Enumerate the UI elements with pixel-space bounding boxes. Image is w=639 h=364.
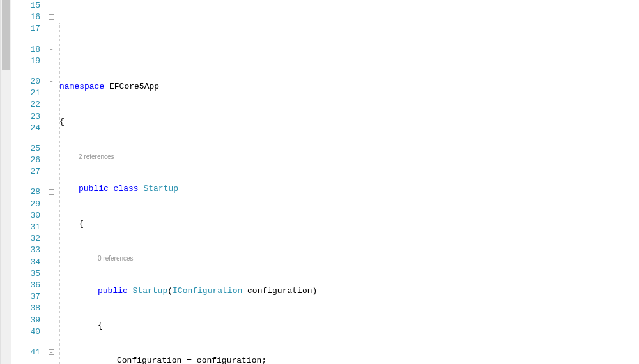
code-line[interactable] xyxy=(59,47,639,58)
line-number: 17 xyxy=(11,23,40,34)
scrollbar-thumb[interactable] xyxy=(2,0,10,70)
line-number: 37 xyxy=(11,291,40,303)
code-area[interactable]: namespace EFCore5App { 2 references publ… xyxy=(58,0,639,364)
line-number: 40 xyxy=(11,326,40,338)
line-number: 19 xyxy=(11,56,40,67)
line-number: 26 xyxy=(11,155,40,166)
code-line[interactable]: public Startup(IConfiguration configurat… xyxy=(59,285,639,297)
line-number: 16 xyxy=(11,11,40,23)
line-number: 33 xyxy=(11,245,40,256)
code-line[interactable]: public class Startup xyxy=(59,183,639,195)
line-number: 32 xyxy=(11,233,40,245)
fold-toggle-icon[interactable]: − xyxy=(49,189,54,195)
line-number: 29 xyxy=(11,199,40,210)
line-number: 15 xyxy=(11,0,40,11)
line-number: 23 xyxy=(11,111,40,123)
line-number: 27 xyxy=(11,166,40,178)
line-number: 18 xyxy=(11,44,40,56)
line-number-gutter: 15 16 17 18 19 20 21 22 23 24 25 26 27 2… xyxy=(11,0,48,364)
line-number: 38 xyxy=(11,303,40,314)
codelens-references[interactable]: 0 references xyxy=(59,253,639,262)
fold-column: − − − − − xyxy=(48,0,58,364)
line-number: 21 xyxy=(11,87,40,99)
fold-toggle-icon[interactable]: − xyxy=(49,349,54,355)
line-number: 20 xyxy=(11,76,40,87)
line-number: 41 xyxy=(11,347,40,358)
line-number: 30 xyxy=(11,210,40,222)
line-number: 39 xyxy=(11,315,40,326)
line-number: 24 xyxy=(11,123,40,134)
fold-toggle-icon[interactable]: − xyxy=(49,47,54,52)
codelens-references[interactable]: 2 references xyxy=(59,151,639,160)
code-line[interactable]: Configuration = configuration; xyxy=(59,355,639,364)
code-line[interactable]: namespace EFCore5App xyxy=(59,81,639,93)
code-line[interactable]: { xyxy=(59,116,639,128)
line-number: 34 xyxy=(11,257,40,268)
code-line[interactable]: { xyxy=(59,218,639,230)
line-number: 28 xyxy=(11,186,40,198)
fold-toggle-icon[interactable]: − xyxy=(49,79,54,84)
vertical-scrollbar[interactable] xyxy=(0,0,11,364)
code-line[interactable]: { xyxy=(59,320,639,331)
fold-toggle-icon[interactable]: − xyxy=(49,14,54,20)
line-number: 25 xyxy=(11,143,40,155)
line-number: 36 xyxy=(11,280,40,291)
line-number: 35 xyxy=(11,268,40,280)
code-editor[interactable]: 15 16 17 18 19 20 21 22 23 24 25 26 27 2… xyxy=(0,0,639,364)
line-number: 22 xyxy=(11,99,40,110)
line-number: 31 xyxy=(11,222,40,233)
